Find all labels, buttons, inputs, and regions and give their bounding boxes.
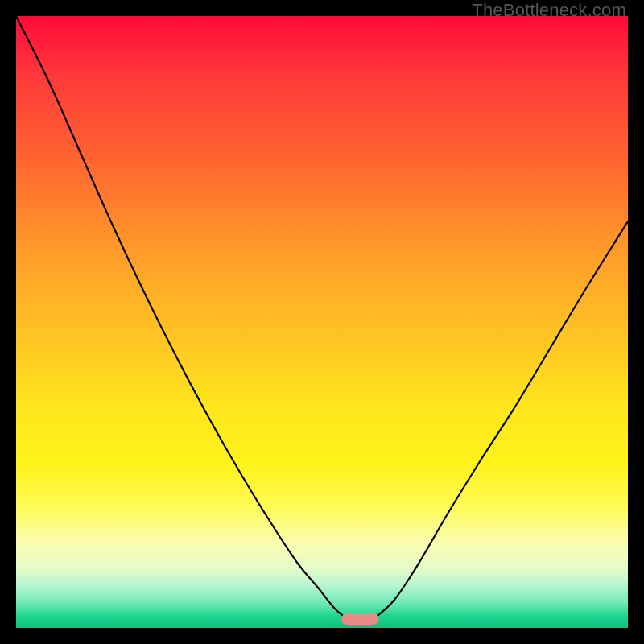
- chart-frame: TheBottleneck.com: [0, 0, 644, 644]
- bottleneck-curve-right: [374, 221, 628, 618]
- curve-layer: [16, 16, 628, 628]
- bottleneck-curve-left: [16, 16, 346, 618]
- plot-area: [16, 16, 628, 628]
- optimal-point-marker: [341, 613, 378, 625]
